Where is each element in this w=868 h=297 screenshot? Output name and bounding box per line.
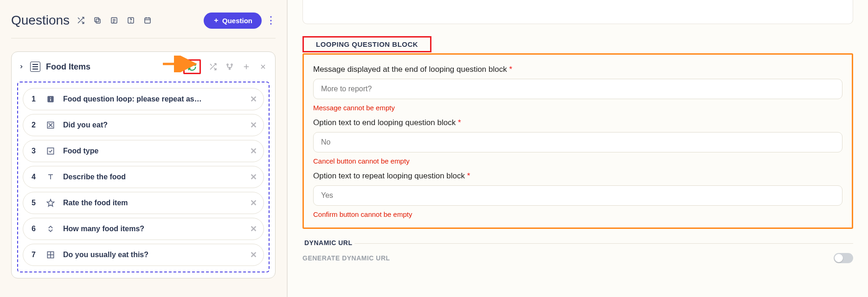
chevron-right-icon[interactable] <box>18 63 25 70</box>
question-text: Food question loop: please repeat as… <box>63 95 243 103</box>
question-text: Did you eat? <box>63 121 243 129</box>
text-type-icon <box>45 172 56 182</box>
list-icon[interactable] <box>109 16 119 25</box>
close-block-icon[interactable] <box>258 62 268 71</box>
kebab-menu-icon[interactable]: ⋮ <box>266 14 276 26</box>
questions-title-row: Questions <box>11 13 152 28</box>
svg-marker-32 <box>47 200 54 207</box>
svg-rect-24 <box>50 97 51 98</box>
question-number: 3 <box>32 147 38 155</box>
annotation-arrow-icon <box>162 56 198 72</box>
required-mark: * <box>458 118 461 127</box>
question-text: Describe the food <box>63 173 243 181</box>
field-label: Message displayed at the end of looping … <box>313 65 842 74</box>
question-row[interactable]: 2 Did you eat? ✕ <box>23 114 264 136</box>
field-label: Option text to repeat looping question b… <box>313 171 842 181</box>
question-row[interactable]: 4 Describe the food ✕ <box>23 166 264 188</box>
question-block-card: Food Items 1 Food question loop: please <box>11 51 276 278</box>
question-row[interactable]: 7 Do you usually eat this? ✕ <box>23 244 264 266</box>
branch-icon[interactable] <box>225 62 234 71</box>
svg-point-7 <box>131 22 131 22</box>
question-block-header[interactable]: Food Items <box>12 52 275 82</box>
number-type-icon <box>45 224 56 234</box>
check-type-icon <box>45 146 56 156</box>
field-error: Message cannot be empty <box>313 104 842 112</box>
header-divider <box>11 38 276 38</box>
grid-type-icon <box>45 250 56 260</box>
questions-title: Questions <box>11 13 70 28</box>
question-row[interactable]: 6 How many food items? ✕ <box>23 218 264 240</box>
block-title: Food Items <box>46 62 90 72</box>
loop-end-option-input[interactable] <box>313 132 842 152</box>
block-icon <box>30 62 40 72</box>
looping-section-title: LOOPING QUESTION BLOCK <box>302 36 431 52</box>
remove-question-icon[interactable]: ✕ <box>250 172 257 182</box>
question-number: 5 <box>32 199 38 207</box>
help-icon[interactable] <box>126 16 135 25</box>
svg-rect-25 <box>50 99 51 101</box>
question-text: Do you usually eat this? <box>63 251 243 259</box>
add-question-button[interactable]: Question <box>204 13 262 29</box>
questions-header: Questions Question ⋮ <box>11 9 276 32</box>
dynamic-url-row: GENERATE DYNAMIC URL <box>302 253 853 263</box>
remove-question-icon[interactable]: ✕ <box>250 146 257 156</box>
question-row[interactable]: 5 Rate the food item ✕ <box>23 192 264 214</box>
shuffle-icon[interactable] <box>76 16 85 25</box>
previous-section-box <box>302 0 853 24</box>
question-number: 6 <box>32 225 38 233</box>
question-number: 7 <box>32 251 38 259</box>
questions-toolbar <box>76 16 152 25</box>
question-text: Rate the food item <box>63 199 243 207</box>
add-question-label: Question <box>222 17 252 25</box>
generate-dynamic-url-toggle[interactable] <box>834 253 853 263</box>
svg-point-16 <box>229 68 231 70</box>
remove-question-icon[interactable]: ✕ <box>250 224 257 234</box>
looping-fields-frame: Message displayed at the end of looping … <box>302 53 853 229</box>
question-row[interactable]: 3 Food type ✕ <box>23 140 264 162</box>
svg-rect-8 <box>145 18 150 23</box>
remove-question-icon[interactable]: ✕ <box>250 94 257 104</box>
questions-panel: Questions Question ⋮ Food Items <box>0 0 287 297</box>
info-type-icon <box>45 94 56 104</box>
question-number: 1 <box>32 95 38 103</box>
calendar-icon[interactable] <box>143 16 152 25</box>
svg-point-14 <box>227 64 228 65</box>
section-divider <box>302 243 853 244</box>
required-mark: * <box>467 171 470 180</box>
svg-point-15 <box>231 64 232 65</box>
svg-rect-0 <box>96 19 100 23</box>
field-error: Confirm button cannot be empty <box>313 210 842 218</box>
svg-rect-29 <box>47 148 53 154</box>
question-text: Food type <box>63 147 243 155</box>
remove-question-icon[interactable]: ✕ <box>250 120 257 130</box>
svg-rect-1 <box>95 18 99 22</box>
field-error: Cancel button cannot be empty <box>313 157 842 165</box>
add-icon[interactable] <box>242 62 251 71</box>
loop-end-message-input[interactable] <box>313 79 842 99</box>
checkbox-type-icon <box>45 120 56 130</box>
question-text: How many food items? <box>63 225 243 233</box>
field-label: Option text to end looping question bloc… <box>313 118 842 127</box>
remove-question-icon[interactable]: ✕ <box>250 198 257 208</box>
required-mark: * <box>509 65 512 74</box>
remove-question-icon[interactable]: ✕ <box>250 250 257 260</box>
shuffle-block-icon[interactable] <box>208 62 218 71</box>
question-list: 1 Food question loop: please repeat as… … <box>17 82 270 272</box>
star-type-icon <box>45 198 56 208</box>
settings-panel: LOOPING QUESTION BLOCK Message displayed… <box>287 0 868 297</box>
question-number: 4 <box>32 173 38 181</box>
copy-icon[interactable] <box>93 16 102 25</box>
dynamic-url-section-title: DYNAMIC URL <box>302 239 354 246</box>
questions-header-right: Question ⋮ <box>204 13 276 29</box>
generate-dynamic-url-label: GENERATE DYNAMIC URL <box>302 254 390 262</box>
question-row[interactable]: 1 Food question loop: please repeat as… … <box>23 88 264 110</box>
question-number: 2 <box>32 121 38 129</box>
loop-repeat-option-input[interactable] <box>313 185 842 206</box>
